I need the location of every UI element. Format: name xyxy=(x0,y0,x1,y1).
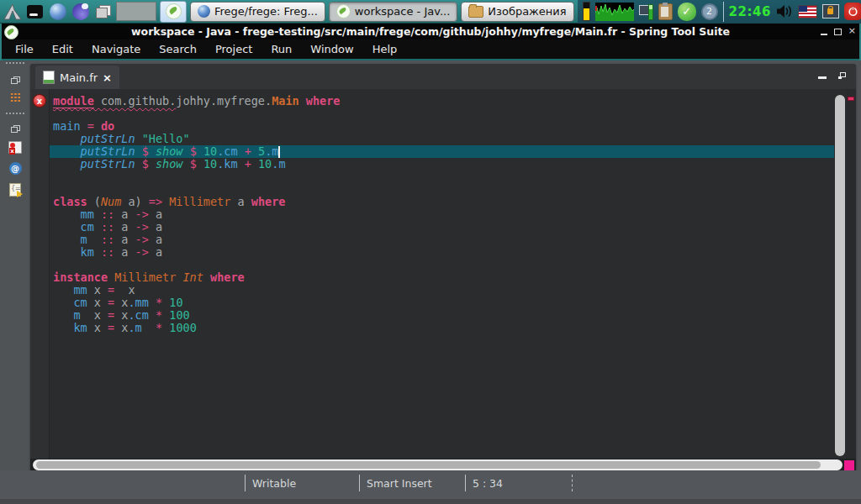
system-tray: ✓ 2 22:46 xyxy=(578,0,861,24)
taskbar-window-button[interactable]: Изображения xyxy=(461,2,573,22)
taskbar-window-label: workspace - Jav... xyxy=(355,5,450,18)
menu-item-navigate[interactable]: Navigate xyxy=(83,40,149,58)
code-line-18[interactable]: m x = x.cm * 100 xyxy=(50,309,834,322)
volume-icon[interactable] xyxy=(776,4,793,18)
editor-region: x module com.github.johhy.myfrege.Main w… xyxy=(30,89,856,459)
taskbar-window-label: Изображения xyxy=(488,5,566,18)
code-line-3[interactable]: main = do xyxy=(50,120,834,133)
window-list-icon[interactable] xyxy=(93,2,113,21)
code-line-9[interactable]: class (Num a) => Millimetr a where xyxy=(50,196,834,208)
folder-icon xyxy=(468,6,483,18)
maximize-view-icon[interactable] xyxy=(838,72,846,79)
restore-view-icon[interactable] xyxy=(0,125,30,133)
code-line-1[interactable]: module com.github.johhy.myfrege.Main whe… xyxy=(50,95,834,108)
tab-close-icon[interactable]: × xyxy=(103,71,112,84)
window-title: workspace - Java - frege-testing/src/mai… xyxy=(2,25,859,38)
restore-view-icon[interactable] xyxy=(0,76,30,84)
tab-label: Main.fr xyxy=(60,71,98,84)
overview-error-marker[interactable] xyxy=(848,97,854,101)
taskbar-windows: Frege/frege: Freg...workspace - Jav...Из… xyxy=(190,2,574,22)
clock[interactable]: 22:46 xyxy=(729,4,771,19)
desktop: Frege/frege: Freg...workspace - Jav...Из… xyxy=(0,0,861,504)
code-line-2[interactable] xyxy=(50,108,834,120)
remote-app-icon[interactable] xyxy=(71,2,90,21)
code-line-19[interactable]: km x = x.m * 1000 xyxy=(50,322,834,334)
source-file-icon xyxy=(43,71,55,84)
file-manager-icon[interactable] xyxy=(25,2,45,21)
spring-launcher-button[interactable] xyxy=(160,1,187,23)
ide-body: @ Main.fr × x module com.github.joh xyxy=(0,60,861,504)
menu-item-help[interactable]: Help xyxy=(364,40,406,58)
status-bar: Writable Smart Insert 5 : 34 xyxy=(0,470,861,504)
left-trim-toolbar: @ xyxy=(0,60,30,447)
menu-item-edit[interactable]: Edit xyxy=(44,40,82,58)
taskbar-window-button[interactable]: workspace - Jav... xyxy=(329,2,457,22)
code-line-17[interactable]: cm x = x.mm * 10 xyxy=(50,297,834,309)
status-writable: Writable xyxy=(252,477,296,490)
code-line-6[interactable]: putStrLn $ show $ 10.km + 10.m xyxy=(50,158,834,171)
error-marker-icon[interactable]: x xyxy=(34,95,45,107)
annotations-view-icon[interactable]: @ xyxy=(0,162,30,175)
tray-separator xyxy=(723,2,724,22)
drag-handle[interactable] xyxy=(6,62,24,66)
power-button[interactable] xyxy=(844,3,861,20)
code-area[interactable]: module com.github.johhy.myfrege.Main whe… xyxy=(50,89,834,459)
code-line-16[interactable]: mm x = x xyxy=(50,284,834,297)
code-line-4[interactable]: putStrLn "Hello" xyxy=(50,133,834,145)
web-browser-icon[interactable] xyxy=(48,2,67,21)
tab-main-fr[interactable]: Main.fr × xyxy=(35,66,119,89)
menu-item-search[interactable]: Search xyxy=(151,40,205,58)
window-titlebar[interactable]: workspace - Java - frege-testing/src/mai… xyxy=(2,24,859,39)
code-line-7[interactable] xyxy=(50,171,834,183)
spring-leaf-icon xyxy=(336,4,351,18)
workspace-pager[interactable] xyxy=(116,2,156,21)
annotation-ruler[interactable]: x xyxy=(30,89,50,459)
drag-handle[interactable] xyxy=(6,113,24,117)
spring-leaf-icon xyxy=(166,3,182,19)
overview-ruler[interactable] xyxy=(846,89,856,459)
window-spring-icon xyxy=(4,25,18,39)
horizontal-scrollbar[interactable] xyxy=(33,459,843,470)
status-caret-position: 5 : 34 xyxy=(473,477,503,490)
display-meter-icon[interactable] xyxy=(639,5,653,18)
menu-item-project[interactable]: Project xyxy=(207,40,261,58)
minimize-button[interactable] xyxy=(821,34,827,35)
code-line-11[interactable]: cm :: a -> a xyxy=(50,221,834,234)
palette-view-icon[interactable] xyxy=(0,92,30,102)
taskbar-window-label: Frege/frege: Freg... xyxy=(214,5,318,18)
ide-window: workspace - Java - frege-testing/src/mai… xyxy=(0,24,861,60)
code-line-14[interactable] xyxy=(50,259,834,271)
outline-view-icon[interactable] xyxy=(0,183,30,197)
vertical-scrollbar[interactable] xyxy=(834,89,846,459)
menu-item-file[interactable]: File xyxy=(7,40,42,58)
editor-panel: Main.fr × x module com.github.johhy.myfr… xyxy=(30,64,856,472)
notification-badge[interactable]: 2 xyxy=(701,3,718,20)
code-line-8[interactable] xyxy=(50,183,834,196)
battery-meter-icon[interactable] xyxy=(583,2,590,21)
status-insert-mode: Smart Insert xyxy=(367,477,432,490)
taskbar-window-button[interactable]: Frege/frege: Freg... xyxy=(190,2,325,22)
taskbar: Frege/frege: Freg...workspace - Jav...Из… xyxy=(0,0,861,24)
messenger-online-icon[interactable]: ✓ xyxy=(678,3,696,21)
screen-lock-icon[interactable] xyxy=(822,4,839,18)
code-line-13[interactable]: km :: a -> a xyxy=(50,246,834,259)
code-line-10[interactable]: mm :: a -> a xyxy=(50,208,834,221)
minimize-view-icon[interactable] xyxy=(818,76,827,79)
problems-view-icon[interactable] xyxy=(0,141,30,154)
editor-tabstrip: Main.fr × xyxy=(30,64,856,90)
globe-icon xyxy=(198,5,210,18)
menu-item-run[interactable]: Run xyxy=(262,40,300,58)
code-line-12[interactable]: m :: a -> a xyxy=(50,234,834,246)
code-line-15[interactable]: instance Millimetr Int where xyxy=(50,271,834,284)
menu-item-window[interactable]: Window xyxy=(302,40,362,58)
close-button[interactable]: × xyxy=(848,26,856,35)
code-line-5[interactable]: putStrLn $ show $ 10.cm + 5.m xyxy=(50,145,834,158)
clipboard-icon[interactable] xyxy=(658,3,673,20)
text-cursor xyxy=(278,146,280,158)
keyboard-layout-us-flag-icon[interactable] xyxy=(798,5,817,18)
menu-bar: FileEditNavigateSearchProjectRunWindowHe… xyxy=(2,39,859,60)
wm-logo-icon[interactable] xyxy=(3,2,22,21)
cpu-graph-icon[interactable] xyxy=(595,3,634,21)
maximize-button[interactable] xyxy=(834,29,842,35)
scrollbar-corner-marker xyxy=(844,460,854,470)
